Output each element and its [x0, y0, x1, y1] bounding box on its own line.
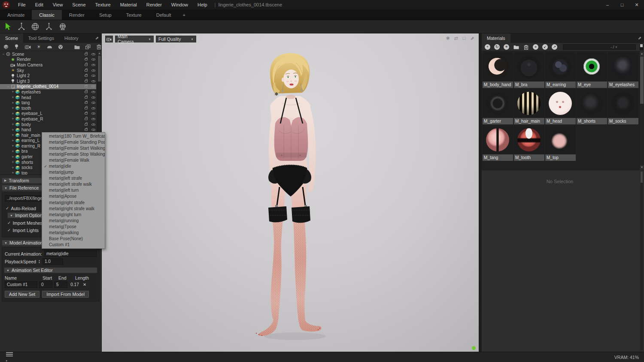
quick-apply-material-icon[interactable]: ↗ [552, 44, 557, 50]
dropdown-menu-item[interactable]: metarig|Tpose [42, 223, 105, 229]
dropdown-menu-item[interactable]: metarig|jump [42, 169, 105, 175]
material-m_garter[interactable]: M_garter [483, 89, 513, 124]
maximize-viewport-icon[interactable]: □ [461, 36, 467, 41]
add-camera-icon[interactable] [25, 44, 31, 50]
menu-texture[interactable]: Texture [91, 0, 115, 10]
workspace-tab-render[interactable]: Render [62, 10, 92, 20]
material-m_socks[interactable]: M_socks [608, 89, 638, 124]
expander-icon[interactable]: + [11, 144, 15, 148]
scene-tree-row[interactable]: + tooth [0, 106, 97, 111]
show-pivot-tool-icon[interactable] [58, 21, 68, 32]
add-shadow-catcher-icon[interactable] [47, 44, 52, 50]
visibility-icon[interactable] [91, 112, 95, 115]
scroll-up-icon[interactable]: ▲ [97, 51, 101, 55]
add-workspace-tab-button[interactable]: + [179, 10, 190, 20]
dropdown-menu-item[interactable]: metarig|left strafe walk [42, 181, 105, 187]
materials-scrollbar[interactable]: ▲ ▼ [639, 51, 644, 170]
3d-viewport[interactable]: Main Camera▼ Full Quality▼ ✱⇄□⬈ ✱ [102, 33, 479, 352]
tab-history[interactable]: History [59, 33, 84, 43]
expander-icon[interactable]: + [11, 171, 15, 175]
add-light-icon[interactable] [14, 44, 19, 50]
material-m_tang[interactable]: M_tang [483, 125, 513, 161]
group-objects-icon[interactable] [85, 44, 91, 50]
dropdown-menu-item[interactable]: metarig|Female Standing Pose [42, 139, 105, 145]
dropdown-menu-item[interactable]: ✓ metarig|idle [42, 163, 105, 169]
visibility-icon[interactable] [91, 102, 95, 104]
scene-tree-row[interactable]: Light 2 [0, 73, 97, 78]
rotate-tool-icon[interactable] [30, 21, 40, 32]
scroll-up-icon[interactable]: ▲ [640, 51, 644, 56]
material-m_bra[interactable]: M_bra [514, 52, 544, 88]
scale-tool-icon[interactable] [44, 21, 54, 32]
dropdown-menu-item[interactable]: metarig|right strafe walk [42, 205, 105, 211]
camera-select[interactable]: Main Camera▼ [115, 36, 154, 42]
dropdown-menu-item[interactable]: metarig|right turn [42, 211, 105, 217]
expander-icon[interactable]: + [11, 117, 15, 121]
expander-icon[interactable]: + [11, 90, 15, 94]
lock-icon[interactable] [85, 102, 88, 104]
menu-window[interactable]: Window [167, 0, 193, 10]
playback-speed-stepper[interactable]: ▲▼ [38, 259, 40, 263]
clear-material-icon[interactable]: ✳ [504, 44, 509, 50]
lock-icon[interactable] [85, 53, 88, 55]
menu-scene[interactable]: Scene [67, 0, 90, 10]
material-m_top[interactable]: M_top [545, 125, 576, 161]
visibility-icon[interactable] [91, 107, 95, 109]
menu-render[interactable]: Render [142, 0, 167, 10]
character-model[interactable] [102, 33, 479, 352]
workspace-tab-classic[interactable]: Classic [32, 10, 61, 20]
menu-view[interactable]: View [48, 0, 68, 10]
visibility-icon[interactable] [91, 124, 95, 126]
menu-material[interactable]: Material [115, 0, 142, 10]
lock-icon[interactable] [85, 112, 88, 115]
scrollbar-handle[interactable] [98, 56, 101, 81]
refresh-material-icon[interactable]: ↻ [494, 44, 500, 50]
console-toggle-icon[interactable] [6, 352, 13, 362]
load-material-folder-icon[interactable] [513, 44, 519, 50]
expander-icon[interactable]: + [11, 155, 15, 159]
workspace-tab-animate[interactable]: Animate [0, 10, 32, 20]
material-m_body_hand[interactable]: M_body_hand [483, 52, 513, 88]
panel-splitter[interactable] [479, 33, 482, 352]
set-end-field[interactable]: 5 [54, 281, 67, 288]
visibility-icon[interactable] [91, 75, 95, 77]
popout-icon[interactable]: ⬈ [93, 33, 101, 43]
material-m_eye[interactable]: M_eye [577, 52, 607, 88]
material-m_eyelashes[interactable]: M_eyelashes [608, 52, 638, 88]
new-material-icon[interactable]: + [485, 44, 490, 50]
menu-file[interactable]: File [13, 0, 30, 10]
menu-help[interactable]: Help [193, 0, 212, 10]
scene-tree-row[interactable]: Light 3 [0, 78, 97, 84]
dropdown-menu-item[interactable]: metarig|right strafe [42, 199, 105, 205]
material-m_tooth[interactable]: M_tooth [514, 125, 544, 161]
lock-icon[interactable] [85, 64, 88, 66]
delete-object-icon[interactable] [96, 44, 101, 50]
popout-icon[interactable]: ⬈ [635, 33, 644, 43]
tab-scene[interactable]: Scene [0, 33, 23, 43]
scene-tree-row[interactable]: + tang [0, 100, 97, 106]
scrollbar-handle[interactable] [640, 57, 644, 104]
dropdown-menu-item[interactable]: metarig|walking [42, 230, 105, 236]
new-folder-icon[interactable] [74, 44, 80, 50]
import-from-model-button[interactable]: Import From Model [42, 291, 89, 298]
expander-icon[interactable]: + [11, 106, 15, 110]
remove-set-button[interactable]: ✕ [83, 282, 86, 287]
lock-icon[interactable] [85, 118, 88, 120]
close-button[interactable]: ✕ [629, 0, 644, 10]
workspace-tab-default[interactable]: Default [149, 10, 179, 20]
visibility-icon[interactable] [91, 118, 95, 120]
dropdown-menu-item[interactable]: metarig|Female Walk [42, 157, 105, 163]
expander-icon[interactable]: + [11, 149, 15, 154]
expander-icon[interactable]: + [11, 95, 15, 100]
visibility-icon[interactable] [91, 53, 95, 55]
material-m_hair_main[interactable]: M_hair_main [514, 89, 544, 124]
lock-icon[interactable] [85, 97, 88, 99]
material-m_earring[interactable]: M_earring [545, 52, 576, 88]
lock-icon[interactable] [85, 58, 88, 60]
select-tool-icon[interactable] [3, 21, 13, 32]
lock-icon[interactable] [85, 129, 88, 131]
dropdown-menu-item[interactable]: metarig|Apose [42, 193, 105, 199]
expander-icon[interactable]: + [11, 133, 15, 137]
scene-tree-row[interactable]: + eyebase_L [0, 111, 97, 117]
set-start-field[interactable]: 0 [39, 281, 52, 288]
